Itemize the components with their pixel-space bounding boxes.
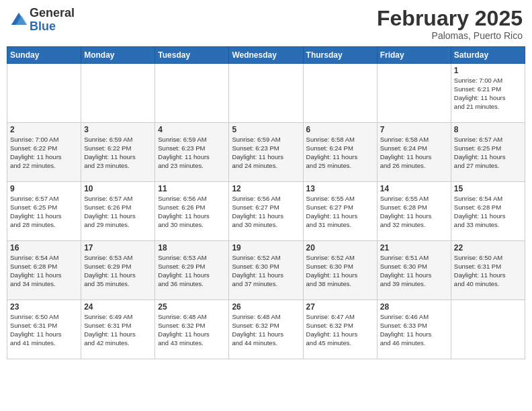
- day-number: 8: [454, 125, 522, 134]
- day-info-text: Sunrise: 6:57 AM Sunset: 6:26 PM Dayligh…: [84, 195, 152, 229]
- day-info-text: Sunrise: 6:56 AM Sunset: 6:27 PM Dayligh…: [232, 195, 300, 229]
- header: General Blue February 2025 Palomas, Puer…: [7, 7, 525, 41]
- day-info-text: Sunrise: 6:53 AM Sunset: 6:29 PM Dayligh…: [158, 254, 226, 288]
- calendar-day-cell: [155, 64, 229, 123]
- day-info-text: Sunrise: 6:57 AM Sunset: 6:25 PM Dayligh…: [454, 136, 522, 170]
- day-info-text: Sunrise: 6:55 AM Sunset: 6:28 PM Dayligh…: [380, 195, 448, 229]
- logo: General Blue: [9, 7, 75, 34]
- logo-general-text: General: [30, 6, 75, 19]
- day-info-text: Sunrise: 6:47 AM Sunset: 6:32 PM Dayligh…: [306, 313, 374, 347]
- calendar-day-cell: [7, 64, 81, 123]
- calendar-day-cell: 14Sunrise: 6:55 AM Sunset: 6:28 PM Dayli…: [377, 182, 451, 241]
- calendar-day-cell: 6Sunrise: 6:58 AM Sunset: 6:24 PM Daylig…: [303, 123, 377, 182]
- day-header-saturday: Saturday: [451, 47, 525, 64]
- calendar-day-cell: [451, 300, 525, 359]
- day-header-monday: Monday: [81, 47, 155, 64]
- day-info-text: Sunrise: 6:57 AM Sunset: 6:25 PM Dayligh…: [10, 195, 78, 229]
- calendar-day-cell: 21Sunrise: 6:51 AM Sunset: 6:30 PM Dayli…: [377, 241, 451, 300]
- day-number: 9: [10, 184, 78, 193]
- day-number: 5: [232, 125, 300, 134]
- title-area: February 2025 Palomas, Puerto Rico: [377, 7, 523, 41]
- calendar-week-row: 9Sunrise: 6:57 AM Sunset: 6:25 PM Daylig…: [7, 182, 525, 241]
- day-info-text: Sunrise: 7:00 AM Sunset: 6:21 PM Dayligh…: [454, 77, 522, 111]
- location-subtitle: Palomas, Puerto Rico: [377, 30, 523, 41]
- day-number: 12: [232, 184, 300, 193]
- calendar-day-cell: 2Sunrise: 7:00 AM Sunset: 6:22 PM Daylig…: [7, 123, 81, 182]
- day-number: 15: [454, 184, 522, 193]
- day-info-text: Sunrise: 6:59 AM Sunset: 6:23 PM Dayligh…: [232, 136, 300, 170]
- day-number: 18: [158, 243, 226, 253]
- day-info-text: Sunrise: 6:56 AM Sunset: 6:26 PM Dayligh…: [158, 195, 226, 229]
- day-number: 25: [158, 302, 226, 312]
- day-info-text: Sunrise: 6:54 AM Sunset: 6:28 PM Dayligh…: [10, 254, 78, 288]
- calendar-day-cell: 23Sunrise: 6:50 AM Sunset: 6:31 PM Dayli…: [7, 300, 81, 359]
- logo-blue-text: Blue: [30, 19, 56, 33]
- calendar-day-cell: [81, 64, 155, 123]
- day-number: 7: [380, 125, 448, 134]
- calendar-day-cell: 26Sunrise: 6:48 AM Sunset: 6:32 PM Dayli…: [229, 300, 303, 359]
- day-number: 11: [158, 184, 226, 193]
- day-number: 10: [84, 184, 152, 193]
- day-number: 3: [84, 125, 152, 134]
- calendar-day-cell: 11Sunrise: 6:56 AM Sunset: 6:26 PM Dayli…: [155, 182, 229, 241]
- day-info-text: Sunrise: 6:59 AM Sunset: 6:22 PM Dayligh…: [84, 136, 152, 170]
- day-number: 23: [10, 302, 78, 312]
- calendar-day-cell: 15Sunrise: 6:54 AM Sunset: 6:28 PM Dayli…: [451, 182, 525, 241]
- day-number: 27: [306, 302, 374, 312]
- day-info-text: Sunrise: 6:46 AM Sunset: 6:33 PM Dayligh…: [380, 313, 448, 347]
- day-number: 21: [380, 243, 448, 253]
- calendar-day-cell: 17Sunrise: 6:53 AM Sunset: 6:29 PM Dayli…: [81, 241, 155, 300]
- day-info-text: Sunrise: 6:50 AM Sunset: 6:31 PM Dayligh…: [10, 313, 78, 347]
- calendar-day-cell: 12Sunrise: 6:56 AM Sunset: 6:27 PM Dayli…: [229, 182, 303, 241]
- calendar-day-cell: 3Sunrise: 6:59 AM Sunset: 6:22 PM Daylig…: [81, 123, 155, 182]
- calendar-day-cell: [377, 64, 451, 123]
- day-info-text: Sunrise: 6:50 AM Sunset: 6:31 PM Dayligh…: [454, 254, 522, 288]
- day-info-text: Sunrise: 6:52 AM Sunset: 6:30 PM Dayligh…: [306, 254, 374, 288]
- day-number: 2: [10, 125, 78, 134]
- calendar-week-row: 2Sunrise: 7:00 AM Sunset: 6:22 PM Daylig…: [7, 123, 525, 182]
- day-header-sunday: Sunday: [7, 47, 81, 64]
- day-number: 6: [306, 125, 374, 134]
- day-info-text: Sunrise: 6:59 AM Sunset: 6:23 PM Dayligh…: [158, 136, 226, 170]
- calendar-day-cell: 7Sunrise: 6:58 AM Sunset: 6:24 PM Daylig…: [377, 123, 451, 182]
- day-number: 17: [84, 243, 152, 253]
- calendar-day-cell: [229, 64, 303, 123]
- calendar-day-cell: 16Sunrise: 6:54 AM Sunset: 6:28 PM Dayli…: [7, 241, 81, 300]
- calendar-day-cell: 8Sunrise: 6:57 AM Sunset: 6:25 PM Daylig…: [451, 123, 525, 182]
- calendar-week-row: 23Sunrise: 6:50 AM Sunset: 6:31 PM Dayli…: [7, 300, 525, 359]
- day-info-text: Sunrise: 7:00 AM Sunset: 6:22 PM Dayligh…: [10, 136, 78, 170]
- day-header-tuesday: Tuesday: [155, 47, 229, 64]
- calendar-week-row: 16Sunrise: 6:54 AM Sunset: 6:28 PM Dayli…: [7, 241, 525, 300]
- calendar-day-cell: 19Sunrise: 6:52 AM Sunset: 6:30 PM Dayli…: [229, 241, 303, 300]
- calendar-table: SundayMondayTuesdayWednesdayThursdayFrid…: [7, 46, 525, 359]
- day-number: 16: [10, 243, 78, 253]
- day-info-text: Sunrise: 6:51 AM Sunset: 6:30 PM Dayligh…: [380, 254, 448, 288]
- day-number: 22: [454, 243, 522, 253]
- day-number: 1: [454, 66, 522, 75]
- calendar-day-cell: 5Sunrise: 6:59 AM Sunset: 6:23 PM Daylig…: [229, 123, 303, 182]
- day-number: 20: [306, 243, 374, 253]
- day-info-text: Sunrise: 6:48 AM Sunset: 6:32 PM Dayligh…: [232, 313, 300, 347]
- calendar-day-cell: 1Sunrise: 7:00 AM Sunset: 6:21 PM Daylig…: [451, 64, 525, 123]
- month-title: February 2025: [377, 7, 523, 30]
- calendar-day-cell: 18Sunrise: 6:53 AM Sunset: 6:29 PM Dayli…: [155, 241, 229, 300]
- day-header-friday: Friday: [377, 47, 451, 64]
- day-info-text: Sunrise: 6:52 AM Sunset: 6:30 PM Dayligh…: [232, 254, 300, 288]
- calendar-day-cell: 10Sunrise: 6:57 AM Sunset: 6:26 PM Dayli…: [81, 182, 155, 241]
- calendar-day-cell: 24Sunrise: 6:49 AM Sunset: 6:31 PM Dayli…: [81, 300, 155, 359]
- day-info-text: Sunrise: 6:58 AM Sunset: 6:24 PM Dayligh…: [306, 136, 374, 170]
- day-info-text: Sunrise: 6:58 AM Sunset: 6:24 PM Dayligh…: [380, 136, 448, 170]
- day-info-text: Sunrise: 6:54 AM Sunset: 6:28 PM Dayligh…: [454, 195, 522, 229]
- calendar-day-cell: 28Sunrise: 6:46 AM Sunset: 6:33 PM Dayli…: [377, 300, 451, 359]
- calendar-day-cell: [303, 64, 377, 123]
- calendar-week-row: 1Sunrise: 7:00 AM Sunset: 6:21 PM Daylig…: [7, 64, 525, 123]
- day-info-text: Sunrise: 6:55 AM Sunset: 6:27 PM Dayligh…: [306, 195, 374, 229]
- calendar-day-cell: 13Sunrise: 6:55 AM Sunset: 6:27 PM Dayli…: [303, 182, 377, 241]
- day-info-text: Sunrise: 6:49 AM Sunset: 6:31 PM Dayligh…: [84, 313, 152, 347]
- day-header-wednesday: Wednesday: [229, 47, 303, 64]
- day-info-text: Sunrise: 6:53 AM Sunset: 6:29 PM Dayligh…: [84, 254, 152, 288]
- logo-icon: [9, 11, 28, 30]
- day-number: 19: [232, 243, 300, 253]
- day-number: 4: [158, 125, 226, 134]
- day-number: 28: [380, 302, 448, 312]
